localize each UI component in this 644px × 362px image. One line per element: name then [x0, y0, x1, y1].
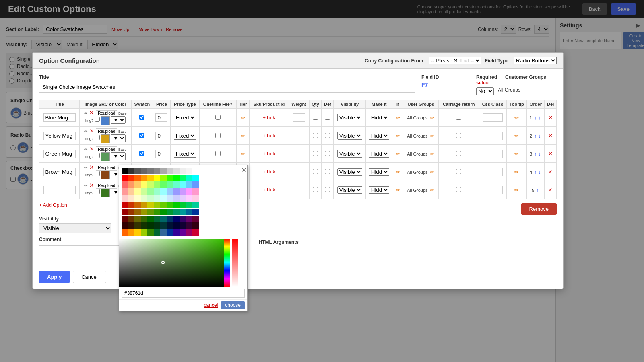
html-args-input[interactable] — [259, 247, 355, 256]
swatch-cell[interactable] — [128, 188, 134, 195]
swatch-cell[interactable] — [147, 188, 154, 195]
swatch-cell[interactable] — [128, 175, 134, 181]
tooltip-row-edit-icon[interactable]: ✏ — [514, 133, 520, 139]
swatch-cell[interactable] — [154, 222, 160, 229]
cancel-button[interactable]: Cancel — [73, 271, 106, 283]
weight-input[interactable] — [293, 113, 305, 122]
swatch-cell[interactable] — [134, 195, 141, 202]
swatch-cell[interactable] — [128, 202, 134, 208]
make-it-row-select[interactable]: Hidd — [369, 168, 389, 176]
css-class-row-input[interactable] — [483, 168, 503, 176]
alpha-strip[interactable] — [232, 239, 238, 287]
swatch-cell[interactable] — [173, 181, 180, 188]
swatch-cell[interactable] — [173, 229, 180, 236]
price-type-select[interactable]: Fixed — [174, 114, 196, 121]
swatch-cell[interactable] — [134, 168, 141, 174]
del-row-button[interactable]: ✕ — [547, 187, 553, 193]
css-class-row-input[interactable] — [483, 113, 503, 122]
carriage-return-checkbox[interactable] — [456, 133, 461, 138]
tier-edit-icon[interactable]: ✏ — [240, 133, 246, 139]
css-class-row-input[interactable] — [483, 186, 503, 194]
swatch-cell[interactable] — [122, 188, 128, 195]
tooltip-row-edit-icon[interactable]: ✏ — [514, 151, 520, 157]
swatch-cell[interactable] — [192, 216, 199, 222]
swatch-cell[interactable] — [154, 209, 160, 215]
row-color-remove-icon[interactable]: ✕ — [89, 164, 95, 170]
apply-button[interactable]: Apply — [39, 271, 70, 283]
swatch-cell[interactable] — [192, 229, 199, 236]
if-edit-icon[interactable]: ✏ — [395, 187, 401, 193]
swatch-cell[interactable] — [167, 229, 173, 236]
visibility-row-select[interactable]: Visible — [337, 168, 362, 176]
if-edit-icon[interactable]: ✏ — [395, 169, 401, 175]
row-title-input[interactable] — [43, 168, 76, 176]
qty-checkbox[interactable] — [313, 169, 318, 174]
swatch-cell[interactable] — [180, 209, 186, 215]
carriage-return-checkbox[interactable] — [456, 187, 461, 192]
swatch-cell[interactable] — [160, 168, 167, 174]
price-type-select[interactable]: Fixed — [174, 132, 196, 140]
def-checkbox[interactable] — [325, 151, 330, 156]
swatch-cell[interactable] — [134, 175, 141, 181]
swatch-cell[interactable] — [128, 195, 134, 202]
base-img-checkbox[interactable] — [95, 153, 100, 158]
picker-cancel-button[interactable]: cancel — [204, 301, 218, 309]
swatch-cell[interactable] — [180, 202, 186, 208]
row-color-remove-icon[interactable]: ✕ — [89, 110, 95, 116]
swatch-cell[interactable] — [160, 229, 167, 236]
visibility-row-select[interactable]: Visible — [337, 150, 362, 158]
swatch-cell[interactable] — [154, 181, 160, 188]
weight-input[interactable] — [293, 186, 305, 194]
color-type-select[interactable]: ▼ — [111, 152, 126, 160]
swatch-cell[interactable] — [173, 209, 180, 215]
swatch-cell[interactable] — [160, 195, 167, 202]
swatch-cell[interactable] — [186, 168, 192, 174]
del-row-button[interactable]: ✕ — [547, 169, 553, 175]
swatch-cell[interactable] — [192, 188, 199, 195]
row-title-input[interactable] — [43, 113, 76, 122]
swatch-cell[interactable] — [154, 202, 160, 208]
field-type-select[interactable]: Radio Buttons — [514, 57, 557, 64]
swatch-cell[interactable] — [167, 209, 173, 215]
swatch-cell[interactable] — [186, 175, 192, 181]
swatch-cell[interactable] — [192, 222, 199, 229]
swatch-cell[interactable] — [173, 188, 180, 195]
swatch-cell[interactable] — [173, 195, 180, 202]
swatch-cell[interactable] — [134, 209, 141, 215]
swatch-cell[interactable] — [128, 222, 134, 229]
swatch-cell[interactable] — [141, 229, 147, 236]
swatch-cell[interactable] — [134, 181, 141, 188]
swatch-cell[interactable] — [167, 195, 173, 202]
swatch-cell[interactable] — [160, 181, 167, 188]
qty-checkbox[interactable] — [313, 187, 318, 192]
css-class-row-input[interactable] — [483, 150, 503, 158]
swatch-cell[interactable] — [192, 202, 199, 208]
onetime-fee-checkbox[interactable] — [215, 151, 221, 156]
swatch-cell[interactable] — [128, 209, 134, 215]
swatch-cell[interactable] — [147, 216, 154, 222]
picker-choose-button[interactable]: choose — [221, 301, 245, 309]
visibility-row-select[interactable]: Visible — [337, 114, 362, 121]
swatch-cell[interactable] — [147, 209, 154, 215]
color-type-select[interactable]: ▼ — [111, 134, 126, 142]
swatch-checkbox[interactable] — [139, 115, 144, 120]
swatch-cell[interactable] — [122, 216, 128, 222]
swatch-cell[interactable] — [186, 229, 192, 236]
def-checkbox[interactable] — [325, 187, 330, 192]
user-groups-edit-icon[interactable]: ✏ — [429, 187, 435, 193]
sku-link[interactable]: + Link — [251, 151, 287, 156]
swatch-cell[interactable] — [147, 222, 154, 229]
carriage-return-checkbox[interactable] — [456, 151, 461, 156]
swatch-cell[interactable] — [180, 181, 186, 188]
swatch-cell[interactable] — [186, 209, 192, 215]
swatch-cell[interactable] — [192, 209, 199, 215]
tooltip-row-edit-icon[interactable]: ✏ — [514, 115, 520, 121]
onetime-fee-checkbox[interactable] — [215, 133, 221, 138]
price-input[interactable] — [155, 132, 167, 140]
swatch-cell[interactable] — [180, 229, 186, 236]
swatch-cell[interactable] — [141, 188, 147, 195]
swatch-cell[interactable] — [147, 195, 154, 202]
if-edit-icon[interactable]: ✏ — [395, 115, 401, 121]
swatch-cell[interactable] — [186, 202, 192, 208]
reupload-button[interactable]: Reupload — [96, 110, 117, 116]
